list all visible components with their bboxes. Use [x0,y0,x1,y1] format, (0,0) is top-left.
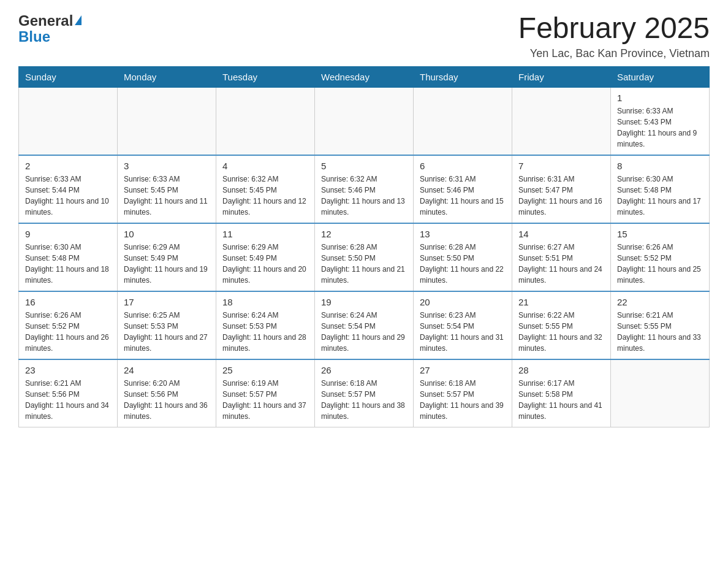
day-info: Sunrise: 6:30 AM Sunset: 5:48 PM Dayligh… [617,174,703,218]
day-number: 27 [420,365,506,375]
calendar-cell: 6Sunrise: 6:31 AM Sunset: 5:46 PM Daylig… [414,155,512,223]
calendar-cell: 11Sunrise: 6:29 AM Sunset: 5:49 PM Dayli… [216,223,315,291]
calendar-cell: 8Sunrise: 6:30 AM Sunset: 5:48 PM Daylig… [611,155,710,223]
day-number: 9 [25,229,111,239]
day-info: Sunrise: 6:30 AM Sunset: 5:48 PM Dayligh… [25,242,111,286]
day-info: Sunrise: 6:28 AM Sunset: 5:50 PM Dayligh… [321,242,407,286]
calendar-cell [512,87,611,155]
day-info: Sunrise: 6:32 AM Sunset: 5:46 PM Dayligh… [321,174,407,218]
day-number: 1 [617,93,703,103]
calendar-cell [414,87,512,155]
calendar-cell: 27Sunrise: 6:18 AM Sunset: 5:57 PM Dayli… [414,359,512,427]
day-info: Sunrise: 6:24 AM Sunset: 5:53 PM Dayligh… [222,310,308,354]
day-info: Sunrise: 6:20 AM Sunset: 5:56 PM Dayligh… [124,378,210,422]
day-info: Sunrise: 6:23 AM Sunset: 5:54 PM Dayligh… [420,310,506,354]
day-number: 18 [222,297,308,307]
day-number: 12 [321,229,407,239]
day-info: Sunrise: 6:26 AM Sunset: 5:52 PM Dayligh… [25,310,111,354]
calendar-cell: 13Sunrise: 6:28 AM Sunset: 5:50 PM Dayli… [414,223,512,291]
day-info: Sunrise: 6:27 AM Sunset: 5:51 PM Dayligh… [518,242,604,286]
calendar-cell: 1Sunrise: 6:33 AM Sunset: 5:43 PM Daylig… [611,87,710,155]
day-number: 13 [420,229,506,239]
calendar-week-4: 16Sunrise: 6:26 AM Sunset: 5:52 PM Dayli… [19,291,710,359]
day-number: 5 [321,161,407,171]
weekday-header-thursday: Thursday [414,66,512,87]
day-info: Sunrise: 6:17 AM Sunset: 5:58 PM Dayligh… [518,378,604,422]
weekday-header-monday: Monday [118,66,216,87]
day-number: 14 [518,229,604,239]
day-info: Sunrise: 6:29 AM Sunset: 5:49 PM Dayligh… [222,242,308,286]
day-number: 11 [222,229,308,239]
day-info: Sunrise: 6:22 AM Sunset: 5:55 PM Dayligh… [518,310,604,354]
day-number: 21 [518,297,604,307]
location: Yen Lac, Bac Kan Province, Vietnam [518,47,710,60]
logo-general-text: General [18,12,73,29]
calendar-cell: 21Sunrise: 6:22 AM Sunset: 5:55 PM Dayli… [512,291,611,359]
calendar-week-1: 1Sunrise: 6:33 AM Sunset: 5:43 PM Daylig… [19,87,710,155]
day-info: Sunrise: 6:28 AM Sunset: 5:50 PM Dayligh… [420,242,506,286]
day-number: 16 [25,297,111,307]
calendar-cell: 19Sunrise: 6:24 AM Sunset: 5:54 PM Dayli… [315,291,414,359]
day-number: 19 [321,297,407,307]
calendar-cell [315,87,414,155]
day-number: 3 [124,161,210,171]
day-number: 10 [124,229,210,239]
day-number: 28 [518,365,604,375]
calendar-cell: 9Sunrise: 6:30 AM Sunset: 5:48 PM Daylig… [19,223,118,291]
weekday-header-tuesday: Tuesday [216,66,315,87]
calendar-cell: 28Sunrise: 6:17 AM Sunset: 5:58 PM Dayli… [512,359,611,427]
calendar-cell: 14Sunrise: 6:27 AM Sunset: 5:51 PM Dayli… [512,223,611,291]
calendar-cell: 23Sunrise: 6:21 AM Sunset: 5:56 PM Dayli… [19,359,118,427]
day-number: 25 [222,365,308,375]
day-number: 6 [420,161,506,171]
day-info: Sunrise: 6:33 AM Sunset: 5:44 PM Dayligh… [25,174,111,218]
day-number: 26 [321,365,407,375]
logo: General Blue [18,12,82,45]
day-info: Sunrise: 6:19 AM Sunset: 5:57 PM Dayligh… [222,378,308,422]
calendar-cell: 7Sunrise: 6:31 AM Sunset: 5:47 PM Daylig… [512,155,611,223]
day-info: Sunrise: 6:21 AM Sunset: 5:55 PM Dayligh… [617,310,703,354]
calendar-cell: 22Sunrise: 6:21 AM Sunset: 5:55 PM Dayli… [611,291,710,359]
day-number: 7 [518,161,604,171]
day-info: Sunrise: 6:18 AM Sunset: 5:57 PM Dayligh… [420,378,506,422]
day-number: 23 [25,365,111,375]
calendar-cell: 12Sunrise: 6:28 AM Sunset: 5:50 PM Dayli… [315,223,414,291]
logo-triangle-icon [75,15,82,25]
calendar-cell: 3Sunrise: 6:33 AM Sunset: 5:45 PM Daylig… [118,155,216,223]
calendar-cell: 20Sunrise: 6:23 AM Sunset: 5:54 PM Dayli… [414,291,512,359]
calendar-cell [19,87,118,155]
calendar-cell: 17Sunrise: 6:25 AM Sunset: 5:53 PM Dayli… [118,291,216,359]
day-info: Sunrise: 6:33 AM Sunset: 5:43 PM Dayligh… [617,105,703,150]
calendar-cell: 5Sunrise: 6:32 AM Sunset: 5:46 PM Daylig… [315,155,414,223]
calendar-cell: 24Sunrise: 6:20 AM Sunset: 5:56 PM Dayli… [118,359,216,427]
month-title: February 2025 [518,12,710,45]
logo-blue-text: Blue [18,28,50,45]
day-number: 15 [617,229,703,239]
title-block: February 2025 Yen Lac, Bac Kan Province,… [518,12,710,60]
weekday-header-wednesday: Wednesday [315,66,414,87]
calendar-table: SundayMondayTuesdayWednesdayThursdayFrid… [18,66,710,427]
day-number: 17 [124,297,210,307]
calendar-cell: 26Sunrise: 6:18 AM Sunset: 5:57 PM Dayli… [315,359,414,427]
calendar-cell: 2Sunrise: 6:33 AM Sunset: 5:44 PM Daylig… [19,155,118,223]
calendar-cell: 18Sunrise: 6:24 AM Sunset: 5:53 PM Dayli… [216,291,315,359]
day-info: Sunrise: 6:26 AM Sunset: 5:52 PM Dayligh… [617,242,703,286]
calendar-cell: 10Sunrise: 6:29 AM Sunset: 5:49 PM Dayli… [118,223,216,291]
calendar-cell: 15Sunrise: 6:26 AM Sunset: 5:52 PM Dayli… [611,223,710,291]
day-number: 22 [617,297,703,307]
day-number: 4 [222,161,308,171]
calendar-cell [118,87,216,155]
day-number: 20 [420,297,506,307]
day-info: Sunrise: 6:29 AM Sunset: 5:49 PM Dayligh… [124,242,210,286]
page-header: General Blue February 2025 Yen Lac, Bac … [18,12,710,60]
calendar-week-2: 2Sunrise: 6:33 AM Sunset: 5:44 PM Daylig… [19,155,710,223]
calendar-week-5: 23Sunrise: 6:21 AM Sunset: 5:56 PM Dayli… [19,359,710,427]
day-info: Sunrise: 6:25 AM Sunset: 5:53 PM Dayligh… [124,310,210,354]
day-info: Sunrise: 6:32 AM Sunset: 5:45 PM Dayligh… [222,174,308,218]
weekday-header-row: SundayMondayTuesdayWednesdayThursdayFrid… [19,66,710,87]
day-info: Sunrise: 6:31 AM Sunset: 5:46 PM Dayligh… [420,174,506,218]
day-number: 24 [124,365,210,375]
calendar-cell [611,359,710,427]
day-info: Sunrise: 6:33 AM Sunset: 5:45 PM Dayligh… [124,174,210,218]
weekday-header-sunday: Sunday [19,66,118,87]
